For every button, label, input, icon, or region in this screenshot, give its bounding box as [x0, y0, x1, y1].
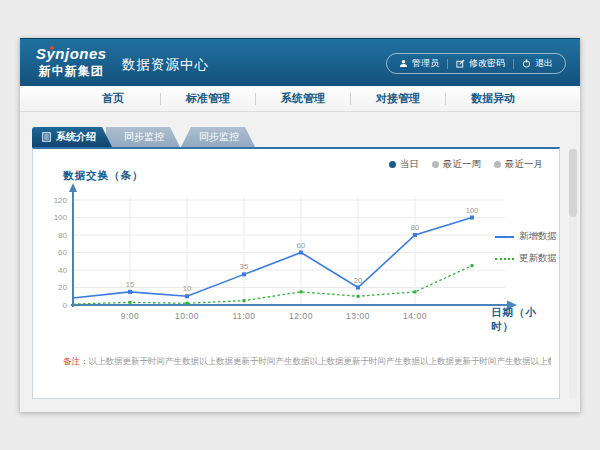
footnote-prefix: 备注：	[63, 356, 89, 366]
time-filter-group: 当日 最近一周 最近一月	[389, 158, 543, 171]
user-label: 管理员	[412, 57, 439, 70]
radio-today[interactable]: 当日	[389, 158, 419, 171]
legend-line-sample	[495, 258, 514, 260]
footnote: 备注：以上数据更新于时间产生数据以上数据更新于时间产生数据以上数据更新于时间产生…	[63, 356, 551, 368]
tab-label: 同步监控	[199, 130, 239, 144]
radio-label: 当日	[400, 158, 419, 171]
header: Synjones 新中新集团 数据资源中心 管理员 修改密码	[20, 38, 580, 86]
svg-text:80: 80	[58, 231, 67, 240]
svg-text:100: 100	[54, 213, 68, 222]
change-password-label: 修改密码	[469, 57, 505, 70]
legend-item: 更新数据	[495, 252, 557, 265]
radio-label: 最近一月	[505, 158, 543, 171]
svg-text:10: 10	[183, 284, 191, 293]
radio-last-month[interactable]: 最近一月	[494, 158, 543, 171]
app-window: Synjones 新中新集团 数据资源中心 管理员 修改密码	[20, 38, 580, 412]
content-area: 系统介绍 同步监控 同步监控 当日 最近一周	[20, 112, 580, 412]
brand-logo: Synjones 新中新集团	[36, 45, 107, 80]
tab-bar: 系统介绍 同步监控 同步监控	[32, 127, 255, 147]
change-password-button[interactable]: 修改密码	[448, 57, 513, 70]
radio-dot	[432, 161, 439, 168]
svg-text:10:00: 10:00	[175, 311, 199, 321]
nav-item-docking[interactable]: 对接管理	[351, 91, 445, 106]
tab-sync-monitor-2[interactable]: 同步监控	[181, 127, 255, 147]
svg-text:35: 35	[240, 262, 248, 271]
logout-button[interactable]: 退出	[514, 57, 561, 70]
footnote-text: 以上数据更新于时间产生数据以上数据更新于时间产生数据以上数据更新于时间产生数据以…	[89, 356, 552, 366]
legend-label: 更新数据	[519, 252, 557, 265]
x-axis-title: 日期（小时）	[491, 306, 559, 334]
main-nav: 首页 标准管理 系统管理 对接管理 数据异动	[20, 86, 580, 112]
radio-last-week[interactable]: 最近一周	[432, 158, 481, 171]
svg-text:15: 15	[126, 280, 134, 289]
nav-item-system[interactable]: 系统管理	[256, 91, 350, 106]
user-actions-pill: 管理员 修改密码 退出	[386, 53, 566, 74]
power-icon	[522, 59, 531, 68]
legend-label: 新增数据	[519, 230, 557, 243]
svg-text:120: 120	[54, 196, 68, 205]
svg-text:40: 40	[58, 266, 67, 275]
logo-accent-dot	[50, 46, 54, 50]
svg-text:13:00: 13:00	[346, 311, 370, 321]
nav-item-home[interactable]: 首页	[66, 91, 160, 106]
logo-wordmark: Synjones	[36, 45, 107, 62]
radio-label: 最近一周	[443, 158, 481, 171]
radio-dot	[389, 161, 396, 168]
svg-text:0: 0	[63, 301, 68, 310]
radio-dot	[494, 161, 501, 168]
chart-panel: 当日 最近一周 最近一月 数据交换（条） 0204060801001209:00…	[32, 147, 560, 399]
brand-logo-text: Synjones	[36, 45, 107, 62]
document-icon	[42, 132, 51, 142]
brand-logo-subtitle: 新中新集团	[36, 63, 107, 80]
edit-icon	[456, 59, 465, 68]
svg-text:20: 20	[58, 283, 67, 292]
nav-item-data-change[interactable]: 数据异动	[446, 91, 540, 106]
scrollbar-thumb[interactable]	[569, 149, 577, 217]
legend-line-sample	[495, 236, 514, 238]
svg-text:11:00: 11:00	[232, 311, 255, 321]
svg-text:60: 60	[297, 241, 305, 250]
chart-legend: 新增数据 更新数据	[495, 230, 557, 265]
logout-label: 退出	[535, 57, 553, 70]
svg-text:9:00: 9:00	[121, 311, 140, 321]
svg-text:80: 80	[411, 223, 419, 232]
line-chart: 0204060801001209:0010:0011:0012:0013:001…	[43, 179, 543, 329]
svg-text:20: 20	[354, 276, 362, 285]
scrollbar[interactable]	[569, 147, 577, 399]
tab-label: 同步监控	[124, 130, 164, 144]
svg-text:14:00: 14:00	[403, 311, 427, 321]
user-button[interactable]: 管理员	[391, 57, 447, 70]
tab-sync-monitor-1[interactable]: 同步监控	[106, 127, 180, 147]
page-title: 数据资源中心	[122, 56, 209, 74]
svg-text:12:00: 12:00	[289, 311, 313, 321]
tab-label: 系统介绍	[56, 130, 96, 144]
svg-text:100: 100	[466, 206, 479, 215]
tab-system-intro[interactable]: 系统介绍	[32, 127, 112, 147]
svg-text:60: 60	[58, 248, 67, 257]
nav-item-standards[interactable]: 标准管理	[161, 91, 255, 106]
person-icon	[399, 59, 408, 68]
legend-item: 新增数据	[495, 230, 557, 243]
